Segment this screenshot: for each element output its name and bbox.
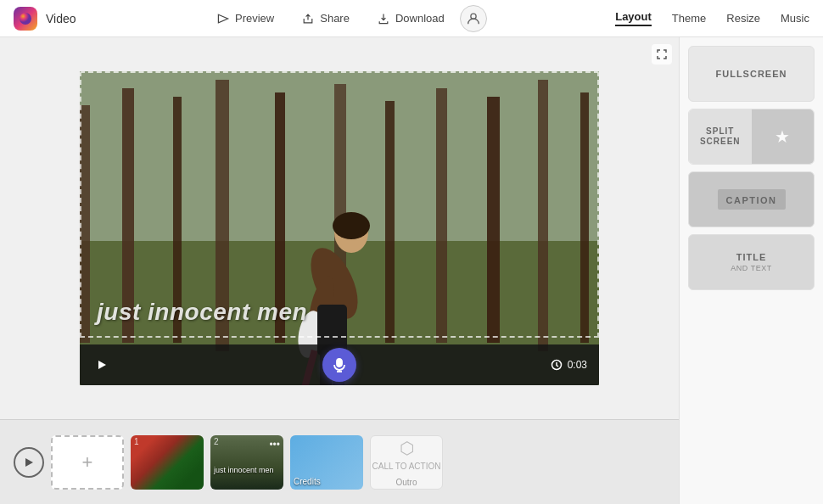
video-canvas: just innocent men: [80, 71, 599, 385]
clip-2[interactable]: ••• just innocent men 2: [210, 435, 283, 490]
topbar: Video Preview Share Download: [0, 0, 823, 37]
top-nav: Layout Theme Resize Music: [615, 10, 809, 26]
video-controls: 0:03: [80, 344, 599, 385]
main-content: just innocent men: [0, 37, 823, 504]
clip-outro[interactable]: ⬡ CALL TO ACTION Outro: [370, 435, 443, 490]
layout-caption-card[interactable]: CAPTION: [688, 171, 815, 227]
clip-credits[interactable]: Credits: [290, 435, 363, 490]
right-panel: FULLSCREEN SPLIT SCREEN ★ CAPTION TITLE …: [679, 37, 823, 504]
mic-button[interactable]: [322, 348, 356, 382]
nav-resize[interactable]: Resize: [726, 12, 760, 25]
timeline-play-button[interactable]: [14, 447, 44, 478]
add-clip-button[interactable]: +: [51, 435, 124, 490]
topbar-actions: Preview Share Download: [204, 5, 487, 32]
app-title: Video: [46, 12, 76, 25]
timeline: + 1 ••• just innocent men 2 Credits ⬡ CA…: [0, 419, 679, 504]
editor-area: just innocent men: [0, 37, 679, 504]
svg-point-0: [20, 13, 31, 25]
canvas-wrapper: just innocent men: [0, 37, 679, 419]
layout-fullscreen-card[interactable]: FULLSCREEN: [688, 46, 815, 102]
share-button[interactable]: Share: [289, 7, 361, 31]
nav-theme[interactable]: Theme: [672, 12, 706, 25]
preview-button[interactable]: Preview: [204, 7, 286, 31]
layout-title-card[interactable]: TITLE AND TEXT: [688, 234, 815, 290]
svg-point-17: [333, 212, 370, 239]
svg-rect-24: [337, 359, 342, 367]
video-text-overlay: just innocent men: [80, 299, 599, 326]
layout-split-card[interactable]: SPLIT SCREEN ★: [688, 109, 815, 165]
expand-button[interactable]: [652, 44, 672, 64]
clip-1[interactable]: 1: [131, 435, 204, 490]
avatar-button[interactable]: [460, 5, 487, 32]
nav-layout[interactable]: Layout: [615, 10, 652, 26]
app-logo: [14, 7, 37, 31]
nav-music[interactable]: Music: [781, 12, 809, 25]
caption-text: just innocent men: [97, 299, 307, 325]
download-button[interactable]: Download: [365, 7, 456, 31]
play-button[interactable]: [92, 355, 112, 375]
time-display: 0:03: [551, 359, 587, 371]
